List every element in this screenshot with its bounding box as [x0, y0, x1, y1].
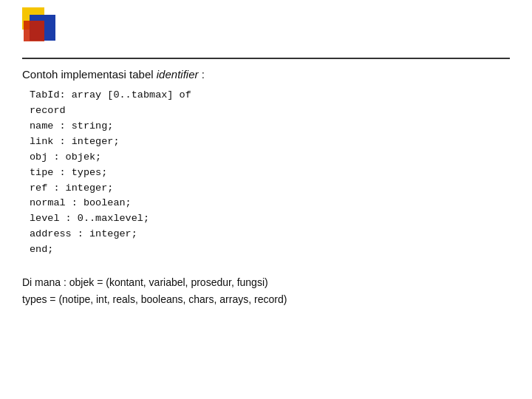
heading-italic: identifier [157, 68, 199, 81]
code-line-1: TabId: array [0..tabmax] of [30, 88, 510, 103]
heading-suffix: : [198, 68, 204, 81]
code-line-9: level : 0..maxlevel; [30, 211, 510, 227]
code-block: TabId: array [0..tabmax] of record name … [30, 88, 510, 258]
code-line-5: obj : objek; [30, 150, 510, 166]
code-line-7: ref : integer; [30, 181, 510, 197]
separator-line [22, 58, 510, 59]
code-line-4: link : integer; [30, 134, 510, 150]
description-line-1: Di mana : objek = (kontant, variabel, pr… [22, 274, 510, 290]
section-heading: Contoh implementasi tabel identifier : [22, 68, 510, 81]
heading-text: Contoh implementasi tabel [22, 68, 157, 81]
description-line-2: types = (notipe, int, reals, booleans, c… [22, 291, 510, 307]
code-line-6: tipe : types; [30, 166, 510, 181]
description-block: Di mana : objek = (kontant, variabel, pr… [22, 274, 510, 307]
logo [22, 7, 66, 52]
code-line-8: normal : boolean; [30, 196, 510, 211]
main-content: Contoh implementasi tabel identifier : T… [22, 68, 510, 307]
code-line-2: record [30, 103, 510, 119]
code-line-10: address : integer; [30, 227, 510, 242]
code-line-11: end; [30, 242, 510, 258]
code-line-3: name : string; [30, 119, 510, 134]
logo-red-square [24, 21, 44, 41]
